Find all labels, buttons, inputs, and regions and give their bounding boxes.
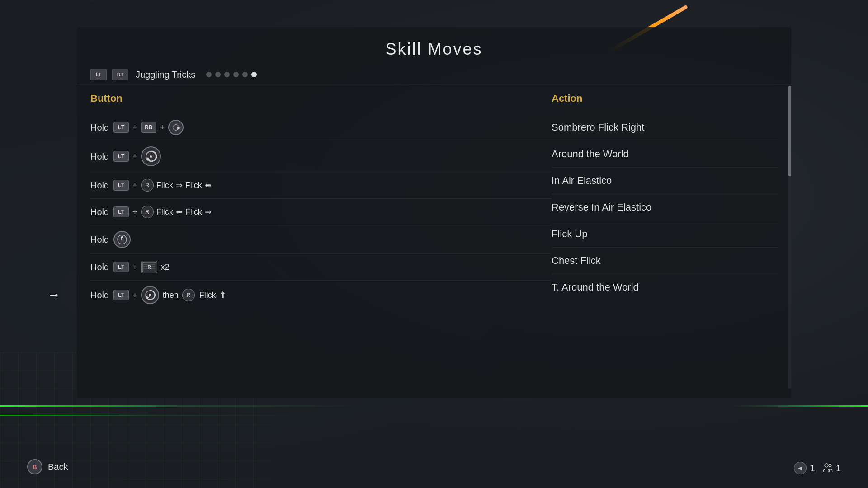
svg-point-15 bbox=[829, 464, 831, 467]
plus-1: + bbox=[132, 123, 137, 132]
dot-1 bbox=[206, 72, 212, 77]
plus-7: + bbox=[132, 291, 137, 300]
flick-label-7: Flick bbox=[199, 291, 216, 300]
hold-label-7: Hold bbox=[90, 290, 109, 300]
tab-name: Juggling Tricks bbox=[136, 70, 195, 80]
dot-4 bbox=[233, 72, 239, 77]
action-text-2: Around the World bbox=[552, 148, 629, 160]
header-divider bbox=[77, 86, 791, 86]
svg-point-14 bbox=[825, 464, 828, 467]
btn-lt-7: LT bbox=[113, 290, 129, 300]
flick-label-3a: Flick bbox=[156, 181, 173, 190]
button-column-header: Button bbox=[90, 93, 552, 106]
r-btn-4: R bbox=[141, 206, 154, 218]
flick-label-3b: Flick bbox=[185, 181, 202, 190]
btn-lt-2: LT bbox=[113, 151, 129, 162]
circular-arrow-icon-7: R bbox=[144, 289, 156, 301]
hold-label-6: Hold bbox=[90, 262, 109, 272]
hold-label-5: Hold bbox=[90, 235, 109, 245]
action-row-3: In Air Elastico bbox=[552, 168, 778, 194]
page-number: 1 bbox=[810, 463, 815, 474]
move-row-sombrero[interactable]: Hold LT + RB + bbox=[90, 114, 552, 141]
r-btn-striped: R bbox=[141, 261, 157, 273]
arrow-left-4: ⬅ bbox=[176, 207, 183, 217]
scrollbar-thumb bbox=[788, 86, 791, 176]
b-button[interactable]: B bbox=[27, 459, 42, 474]
action-text-7: T. Around the World bbox=[552, 282, 639, 293]
action-text-1: Sombrero Flick Right bbox=[552, 122, 644, 133]
action-text-3: In Air Elastico bbox=[552, 175, 612, 187]
bg-green-line2 bbox=[0, 415, 316, 416]
action-column-header: Action bbox=[552, 93, 778, 106]
people-icon bbox=[822, 463, 833, 474]
action-row-2: Around the World bbox=[552, 141, 778, 167]
svg-text:R: R bbox=[147, 265, 151, 270]
svg-text:R: R bbox=[149, 154, 153, 159]
action-row-1: Sombrero Flick Right bbox=[552, 114, 778, 141]
bottom-right: ◀ 1 1 bbox=[794, 462, 841, 474]
tabs-row: LT RT Juggling Tricks bbox=[77, 63, 791, 84]
tab-lt-button[interactable]: LT bbox=[90, 69, 107, 80]
selection-arrow: → bbox=[47, 288, 60, 302]
hold-label-4: Hold bbox=[90, 207, 109, 217]
circular-arrow-icon: R bbox=[145, 150, 157, 163]
x2-label: x2 bbox=[161, 263, 170, 272]
dot-2 bbox=[215, 72, 221, 77]
page-nav: ◀ 1 bbox=[794, 462, 815, 474]
l-up-icon: L bbox=[117, 234, 127, 245]
arrow-up-7: ⬆ bbox=[219, 290, 226, 300]
plus-6: + bbox=[132, 263, 137, 272]
move-row-around-world[interactable]: Hold LT + R bbox=[90, 141, 552, 172]
move-row-t-around-world[interactable]: → Hold LT + R then R Flick ⬆ bbox=[90, 281, 552, 310]
arrow-right-4: ⇒ bbox=[205, 207, 212, 217]
back-label: Back bbox=[48, 462, 68, 472]
svg-text:R: R bbox=[148, 293, 151, 298]
action-column: Action Sombrero Flick Right Around the W… bbox=[552, 93, 778, 310]
dot-5 bbox=[242, 72, 248, 77]
r-striped-icon: R bbox=[142, 262, 156, 272]
page-title: Skill Moves bbox=[77, 27, 791, 63]
action-row-5: Flick Up bbox=[552, 221, 778, 247]
scrollbar[interactable] bbox=[788, 86, 791, 389]
action-text-5: Flick Up bbox=[552, 228, 587, 240]
plus-4: + bbox=[132, 181, 137, 190]
bg-green-line bbox=[0, 405, 362, 407]
plus-3: + bbox=[132, 152, 137, 161]
btn-lt-6: LT bbox=[113, 262, 129, 272]
plus-5: + bbox=[132, 207, 137, 217]
player-count: 1 bbox=[836, 463, 841, 474]
tab-rt-button[interactable]: RT bbox=[112, 69, 128, 80]
l-stick-up: L bbox=[113, 231, 131, 248]
move-row-chest-flick[interactable]: Hold LT + R x2 bbox=[90, 254, 552, 280]
then-label: then bbox=[163, 291, 179, 300]
arrow-right-3: ⇒ bbox=[176, 180, 183, 190]
player-icon: 1 bbox=[822, 463, 841, 474]
l-stick-right bbox=[168, 120, 184, 135]
nav-prev[interactable]: ◀ bbox=[794, 462, 807, 474]
hold-label-3: Hold bbox=[90, 180, 109, 191]
main-panel: Skill Moves LT RT Juggling Tricks Button bbox=[77, 27, 791, 398]
r-btn-7: R bbox=[182, 289, 195, 301]
bg-green-right bbox=[732, 405, 868, 407]
move-row-reverse-elastico[interactable]: Hold LT + R Flick ⬅ Flick ⇒ bbox=[90, 199, 552, 225]
btn-lt-1: LT bbox=[113, 122, 129, 133]
action-row-4: Reverse In Air Elastico bbox=[552, 194, 778, 221]
dots-row bbox=[206, 72, 257, 77]
button-column: Button Hold LT + RB + Hold LT + bbox=[90, 93, 552, 310]
r-circular-1: R bbox=[141, 146, 161, 166]
btn-lt-4: LT bbox=[113, 206, 129, 217]
btn-lt-3: LT bbox=[113, 180, 129, 191]
action-text-4: Reverse In Air Elastico bbox=[552, 202, 651, 213]
action-row-6: Chest Flick bbox=[552, 248, 778, 274]
action-text-6: Chest Flick bbox=[552, 255, 601, 267]
move-row-flick-up[interactable]: Hold L bbox=[90, 225, 552, 253]
r-btn-3: R bbox=[141, 179, 154, 192]
flick-label-4b: Flick bbox=[185, 207, 202, 217]
arrow-left-3: ⬅ bbox=[205, 180, 212, 190]
action-row-7: T. Around the World bbox=[552, 274, 778, 300]
move-row-in-air-elastico[interactable]: Hold LT + R Flick ⇒ Flick ⬅ bbox=[90, 172, 552, 198]
dot-3 bbox=[224, 72, 230, 77]
hold-label-2: Hold bbox=[90, 151, 109, 162]
plus-2: + bbox=[160, 123, 165, 132]
bg-decoration-blue bbox=[90, 0, 158, 2]
